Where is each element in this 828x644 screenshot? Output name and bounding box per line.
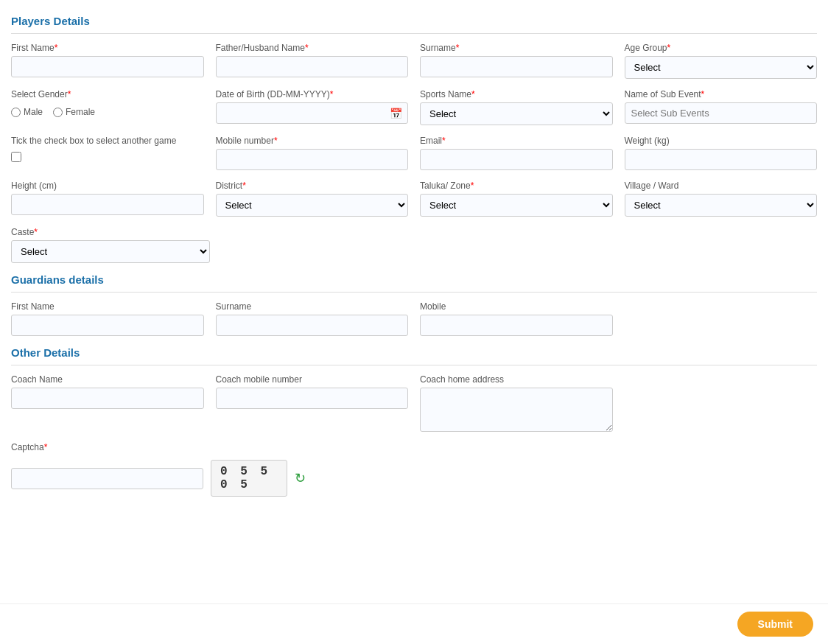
other-divider [11,365,817,365]
mobile-group: Mobile number* [216,136,409,170]
coach-address-group: Coach home address [420,374,613,432]
guardian-surname-label: Surname [216,301,409,312]
email-label: Email* [420,136,613,146]
surname-input[interactable] [420,56,613,77]
another-game-label: Tick the check box to select another gam… [11,136,176,146]
coach-address-textarea[interactable] [420,388,613,432]
guardian-surname-group: Surname [216,301,409,336]
district-label: District* [216,181,409,191]
father-name-group: Father/Husband Name* [216,43,409,79]
captcha-image: 0 5 5 0 5 [211,460,287,497]
gender-female-option[interactable]: Female [53,107,95,117]
players-section-title: Players Details [11,15,817,27]
gender-label: Select Gender* [11,89,204,99]
captcha-label: Captcha* [11,442,306,452]
age-group-group: Age Group* Select [625,43,818,79]
players-divider [11,33,817,34]
first-name-label: First Name* [11,43,204,53]
father-name-input[interactable] [216,56,409,77]
sports-name-label: Sports Name* [420,89,613,99]
captcha-row: 0 5 5 0 5 ↻ [11,460,306,497]
gender-male-label: Male [24,107,43,117]
village-group: Village / Ward Select [625,181,818,217]
another-game-checkbox[interactable] [11,152,21,162]
sports-name-group: Sports Name* Select [420,89,613,125]
gender-female-radio[interactable] [53,108,63,117]
coach-address-label: Coach home address [420,374,613,385]
taluka-select[interactable]: Select [420,194,613,217]
email-group: Email* [420,136,613,170]
guardian-mobile-label: Mobile [420,301,613,312]
coach-mobile-label: Coach mobile number [216,374,409,385]
guardian-first-name-group: First Name [11,301,204,336]
gender-male-option[interactable]: Male [11,107,43,117]
guardian-spacer [625,301,818,336]
caste-spacer [222,227,818,263]
players-row-5: Caste* Select [11,227,817,263]
surname-label: Surname* [420,43,613,53]
dob-input[interactable] [216,102,409,124]
coach-name-input[interactable] [11,388,204,409]
coach-name-label: Coach Name [11,374,204,385]
guardian-first-name-input[interactable] [11,315,204,336]
other-spacer [625,374,818,432]
gender-female-label: Female [66,107,95,117]
mobile-label: Mobile number* [216,136,409,146]
height-input[interactable] [11,194,204,215]
district-select[interactable]: Select [216,194,409,217]
age-group-label: Age Group* [625,43,818,53]
guardian-first-name-label: First Name [11,301,204,312]
guardians-row-1: First Name Surname Mobile [11,301,817,336]
sub-event-input[interactable] [625,102,818,124]
guardians-divider [11,292,817,293]
other-section-title: Other Details [11,346,817,359]
mobile-input[interactable] [216,149,409,170]
surname-group: Surname* [420,43,613,79]
first-name-group: First Name* [11,43,204,79]
village-select[interactable]: Select [625,194,818,217]
coach-mobile-group: Coach mobile number [216,374,409,432]
players-row-4: Height (cm) District* Select Taluka/ Zon… [11,181,817,217]
weight-label: Weight (kg) [625,136,818,146]
guardian-mobile-input[interactable] [420,315,613,336]
other-row-1: Coach Name Coach mobile number Coach hom… [11,374,817,432]
taluka-label: Taluka/ Zone* [420,181,613,191]
caste-select[interactable]: Select [11,240,210,263]
height-label: Height (cm) [11,181,204,191]
gender-options: Male Female [11,102,204,120]
caste-label: Caste* [11,227,210,237]
district-group: District* Select [216,181,409,217]
gender-male-radio[interactable] [11,108,21,117]
guardian-mobile-group: Mobile [420,301,613,336]
sub-event-group: Name of Sub Event* [625,89,818,125]
first-name-input[interactable] [11,56,204,77]
sports-name-select[interactable]: Select [420,102,613,125]
another-game-group: Tick the check box to select another gam… [11,136,204,170]
dob-label: Date of Birth (DD-MM-YYYY)* [216,89,409,99]
email-input[interactable] [420,149,613,170]
gender-group: Select Gender* Male Female [11,89,204,125]
players-row-3: Tick the check box to select another gam… [11,136,817,170]
father-name-label: Father/Husband Name* [216,43,409,53]
players-row-2: Select Gender* Male Female Date of Birth… [11,89,817,125]
dob-group: Date of Birth (DD-MM-YYYY)* 📅 [216,89,409,125]
sub-event-label: Name of Sub Event* [625,89,818,99]
coach-mobile-input[interactable] [216,388,409,409]
taluka-group: Taluka/ Zone* Select [420,181,613,217]
caste-group: Caste* Select [11,227,210,263]
players-row-1: First Name* Father/Husband Name* Surname… [11,43,817,79]
captcha-input[interactable] [11,468,203,489]
coach-name-group: Coach Name [11,374,204,432]
village-label: Village / Ward [625,181,818,191]
guardians-section-title: Guardians details [11,273,817,286]
weight-group: Weight (kg) [625,136,818,170]
weight-input[interactable] [625,149,818,170]
dob-wrapper: 📅 [216,102,409,124]
guardian-surname-input[interactable] [216,315,409,336]
captcha-refresh-icon[interactable]: ↻ [295,470,306,486]
age-group-select[interactable]: Select [625,56,818,79]
captcha-group: Captcha* 0 5 5 0 5 ↻ [11,442,306,497]
height-group: Height (cm) [11,181,204,217]
